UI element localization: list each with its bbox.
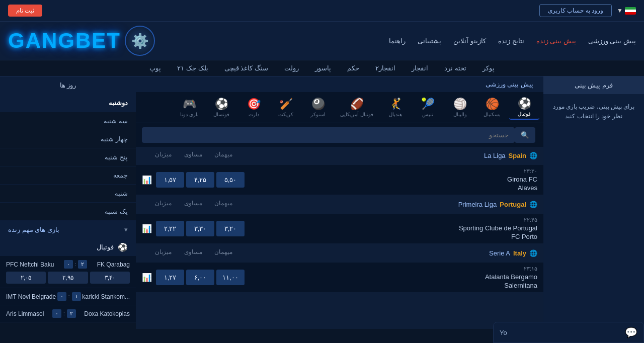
live-odds-btn-1a[interactable]: ۳,۴۰ — [90, 272, 130, 284]
live-games-title: بازی های مهم زنده — [8, 226, 59, 233]
score-badge-3: ۱ — [72, 292, 81, 301]
menu-item-casino[interactable]: کازینو آنلاین — [453, 37, 486, 45]
casino-menu-pasur[interactable]: پاسور — [315, 64, 331, 72]
casino-menu-rps[interactable]: سنگ کاغذ قیچی — [224, 64, 268, 72]
menu-item-guide[interactable]: راهنما — [389, 37, 406, 45]
search-button[interactable]: 🔍 — [515, 127, 535, 143]
col-host: میزبان — [148, 151, 178, 158]
sport-icon-volleyball[interactable]: 🏐 والیبال — [445, 96, 475, 119]
stats-icon[interactable]: 📊 — [142, 224, 152, 233]
col-host: میزبان — [148, 248, 178, 255]
odds-btn-guest[interactable]: ۱۱,۰۰ — [216, 270, 245, 285]
live-games-header[interactable]: ▾ بازی های مهم زنده — [0, 221, 136, 238]
day-item-sunday[interactable]: یک شنبه — [0, 203, 136, 221]
league-comp-laliga: La Liga — [484, 152, 506, 159]
league-italy-seriea: 🌐 Italy Serie A میهمان مساوی میزبان ۲۳:۱… — [136, 244, 543, 292]
league-header-spain: 🌐 Spain La Liga میهمان مساوی میزبان — [136, 147, 543, 164]
menu-item-support[interactable]: پشتیبانی — [418, 37, 441, 45]
globe-icon: 🌐 — [529, 201, 537, 208]
chat-text: Yo — [500, 329, 507, 329]
day-item-tuesday[interactable]: سه شنبه — [0, 112, 136, 130]
odds-btn-draw[interactable]: ۴,۲۵ — [186, 172, 214, 188]
live-score-1: ۲ : ۰ — [64, 260, 88, 269]
score-badge-1: ۲ — [78, 260, 87, 269]
odds-btn-home[interactable]: ۱,۲۷ — [156, 270, 184, 285]
stats-icon[interactable]: 📊 — [142, 273, 152, 282]
live-match-teams-2: ...karicki Stankom ۱ : ۰ IMT Novi Belgra… — [6, 292, 130, 301]
odds-btn-draw[interactable]: ۶,۰۰ — [186, 270, 214, 285]
top-nav: ▼ ورود به حساب کاربری ثبت نام — [0, 0, 644, 22]
sports-betting-label[interactable]: پیش بینی ورزشی — [479, 78, 539, 90]
live-odds-btn-1b[interactable]: ۲,۹۵ — [48, 272, 88, 284]
odds-btn-guest[interactable]: ۵,۵۰ — [216, 172, 245, 188]
sport-icon-american-football[interactable]: 🏈 فوتبال آمریکایی — [335, 96, 378, 119]
sport-icon-cricket[interactable]: 🏏 کریکت — [271, 96, 301, 119]
login-button[interactable]: ورود به حساب کاربری — [539, 4, 612, 17]
casino-menu-poker[interactable]: پوکر — [482, 64, 495, 72]
flag-selector[interactable]: ▼ — [617, 7, 636, 15]
league-comp-primeira: Primeira Liga — [458, 201, 497, 208]
table-row: ۲۳:۳۰ Girona FC Alaves ۵,۵۰ ۴,۲۵ ۱,۵۷ 📊 — [136, 165, 543, 195]
col-guest: میهمان — [208, 151, 238, 158]
sidebar-form-hint: برای پیش بینی، ضریب بازی مورد نظر خود را… — [543, 94, 644, 129]
bottom-chat[interactable]: 💬 Yo — [493, 322, 644, 329]
team2-name: Salernitana — [485, 282, 537, 289]
globe-icon: 🌐 — [529, 152, 537, 159]
sport-icon-snooker[interactable]: 🎱 اسنوکر — [303, 96, 333, 119]
day-item-monday[interactable]: دوشنبه — [0, 94, 136, 112]
casino-menu-blackjack[interactable]: بلک جک ۲۱ — [177, 64, 208, 72]
match-info: ۲۳:۳۰ Girona FC Alaves — [507, 168, 537, 192]
casino-menu-crash2[interactable]: انفجار۲ — [375, 64, 395, 72]
sidebar-header[interactable]: فرم پیش بینی — [543, 76, 644, 94]
live-odds-row-1: ۳,۴۰ ۲,۹۵ ۲,۰۵ — [6, 272, 130, 284]
days-header[interactable]: روز ها — [0, 76, 136, 94]
casino-menu-hokm[interactable]: حکم — [347, 64, 359, 72]
register-button[interactable]: ثبت نام — [8, 5, 42, 17]
sport-icon-handball[interactable]: 🤾 هندبال — [380, 96, 411, 119]
sport-icon-futsal[interactable]: ⚽ فوتسال — [206, 96, 236, 119]
league-comp-seriea: Serie A — [489, 249, 510, 257]
right-sidebar: روز ها دوشنبه سه شنبه چهار شنبه پنج شنبه… — [0, 76, 136, 329]
sport-icon-football[interactable]: ⚽ فوتبال — [509, 95, 539, 120]
menu-item-sports-betting[interactable]: پیش بینی ورزشی — [588, 37, 636, 45]
stats-icon[interactable]: 📊 — [142, 175, 152, 185]
casino-menu-backgammon[interactable]: تخته نرد — [444, 64, 466, 72]
match-time: ۲۳:۳۰ — [507, 168, 537, 175]
sport-icon-basketball[interactable]: 🏀 بسکتبال — [477, 96, 507, 119]
match-info: ۲۳:۱۵ Atalanta Bergamo Salernitana — [485, 266, 537, 289]
odds-btn-home[interactable]: ۱,۵۷ — [156, 172, 184, 188]
col-guest: میهمان — [208, 200, 238, 207]
odds-btn-guest[interactable]: ۳,۲۰ — [216, 221, 245, 236]
sport-icon-dota2[interactable]: 🎮 بازی دوتا — [174, 96, 204, 119]
live-odds-btn-1c[interactable]: ۲,۰۵ — [6, 272, 46, 284]
sports-icons-bar: ⚽ فوتبال 🏀 بسکتبال 🏐 والیبال 🎾 تنیس 🤾 هن… — [136, 92, 543, 123]
live-team1-3: Doxa Katokopias — [84, 310, 130, 317]
score-badge-6: ۰ — [52, 309, 61, 318]
day-item-saturday[interactable]: شنبه — [0, 185, 136, 203]
score-badge-2: ۰ — [64, 260, 73, 269]
casino-menu-roulette[interactable]: رولت — [284, 64, 299, 72]
day-item-friday[interactable]: جمعه — [0, 166, 136, 185]
team1-name: Sporting Clube de Portugal — [459, 224, 537, 232]
col-guest: میهمان — [208, 248, 238, 255]
day-item-thursday[interactable]: پنج شنبه — [0, 148, 136, 166]
dropdown-arrow: ▼ — [617, 7, 623, 14]
score-badge-4: ۰ — [57, 292, 66, 301]
sport-icon-darts[interactable]: 🎯 دارت — [238, 96, 269, 119]
sport-icon-tennis[interactable]: 🎾 تنیس — [413, 96, 443, 119]
menu-item-live-betting[interactable]: پیش بینی زنده — [536, 37, 576, 45]
casino-menu-pop[interactable]: پوپ — [149, 64, 161, 72]
day-item-wednesday[interactable]: چهار شنبه — [0, 130, 136, 148]
odds-btn-draw[interactable]: ۳,۳۰ — [186, 221, 214, 236]
main-menu: پیش بینی ورزشی پیش بینی زنده نتایج زنده … — [389, 37, 636, 45]
table-row: ۲۲:۴۵ Sporting Clube de Portugal FC Port… — [136, 214, 543, 243]
col-draw: مساوی — [178, 200, 208, 207]
main-container: فرم پیش بینی برای پیش بینی، ضریب بازی مو… — [0, 76, 644, 329]
live-match-teams-3: Doxa Katokopias ۲ : ۰ Aris Limmasol — [6, 309, 130, 318]
team2-name: FC Porto — [459, 233, 537, 240]
casino-menu-crash[interactable]: انفجار — [412, 64, 428, 72]
menu-item-live-results[interactable]: نتایج زنده — [498, 37, 524, 45]
search-input[interactable] — [142, 127, 515, 143]
live-team2-1: PFC Neftchi Baku — [6, 261, 54, 268]
odds-btn-home[interactable]: ۲,۲۲ — [156, 221, 184, 236]
